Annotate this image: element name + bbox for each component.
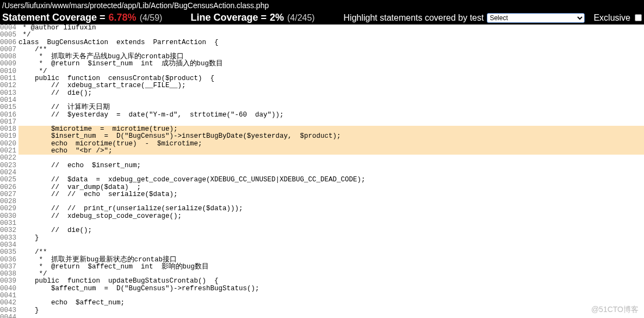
code-line: // die();	[18, 227, 644, 234]
code-line: * @return $insert_num int 成功插入的bug数目	[18, 60, 644, 68]
code-line	[18, 198, 644, 205]
code-line: // xdebug_start_trace(__FILE__);	[18, 82, 644, 89]
code-viewer: 0004 0005 0006 0007 0008 0009 0010 0011 …	[0, 25, 644, 318]
code-line: public function censusCrontab($product) …	[18, 75, 644, 82]
code-line	[18, 169, 644, 176]
highlight-by-test-label: Highlight statements covered by test	[344, 13, 484, 23]
code-line: * @author liufuxin	[18, 25, 644, 32]
stmt-coverage-label: Statement Coverage =	[2, 12, 106, 23]
code-line: public function updateBugStatusCrontab()…	[18, 278, 644, 285]
stmt-coverage-pct: 6.78%	[109, 12, 137, 23]
code-line	[18, 155, 644, 162]
code-line: class BugCensusAction extends ParrentAct…	[18, 39, 644, 46]
line-coverage-pct: 2%	[270, 12, 284, 23]
code-line: // 计算昨天日期	[18, 104, 644, 111]
code-line: }	[18, 235, 644, 242]
exclusive-label: Exclusive	[593, 13, 630, 23]
code-line: }	[18, 307, 644, 314]
code-line: // die();	[18, 90, 644, 97]
covered-line: $microtime = microtime(true);	[18, 126, 644, 133]
code-line: // var_dump($data) ;	[18, 184, 644, 191]
code-line: // $yesterday = date("Y-m-d", strtotime(…	[18, 112, 644, 119]
code-line	[18, 292, 644, 299]
file-path: /Users/liufuxin/www/mars/protected/app/L…	[0, 0, 644, 11]
code-line	[18, 220, 644, 227]
code-line: $affect_num = D("BugCensus")->refreshBug…	[18, 285, 644, 292]
code-line: */	[18, 271, 644, 278]
code-line: // // print_r(unserialize(serialize($dat…	[18, 205, 644, 212]
line-coverage-label: Line Coverage =	[190, 12, 267, 23]
code-line	[18, 97, 644, 104]
code-line	[18, 314, 644, 318]
code-line: // echo $insert_num;	[18, 162, 644, 169]
code-line: // // echo serialize($data);	[18, 191, 644, 198]
code-line: // xdebug_stop_code_coverage();	[18, 213, 644, 220]
source-code: * @author liufuxin */class BugCensusActi…	[18, 25, 644, 318]
covered-line: echo "<br />";	[18, 148, 644, 155]
exclusive-checkbox[interactable]	[635, 14, 642, 21]
code-line: */	[18, 32, 644, 39]
code-line	[18, 119, 644, 126]
code-line: /**	[18, 249, 644, 256]
code-line: // $data = xdebug_get_code_coverage(XDEB…	[18, 176, 644, 184]
line-number-gutter: 0004 0005 0006 0007 0008 0009 0010 0011 …	[0, 25, 18, 318]
watermark: @51CTO博客	[591, 305, 639, 315]
code-line: * 抓取并更新bug最新状态的crontab接口	[18, 256, 644, 264]
stmt-coverage-counts: (4/59)	[140, 13, 163, 23]
code-line: */	[18, 68, 644, 75]
coverage-stats-bar: Statement Coverage = 6.78% (4/59) Line C…	[0, 11, 644, 25]
code-line	[18, 242, 644, 249]
covered-line: $insert_num = D("BugCensus")->insertBugB…	[18, 133, 644, 140]
covered-line: echo microtime(true) - $microtime;	[18, 140, 644, 148]
line-coverage-counts: (4/245)	[287, 13, 315, 23]
code-line: echo $affect_num;	[18, 299, 644, 307]
test-filter-select[interactable]: Select	[487, 13, 585, 23]
code-line: * @return $affect_num int 影响的bug数目	[18, 264, 644, 271]
